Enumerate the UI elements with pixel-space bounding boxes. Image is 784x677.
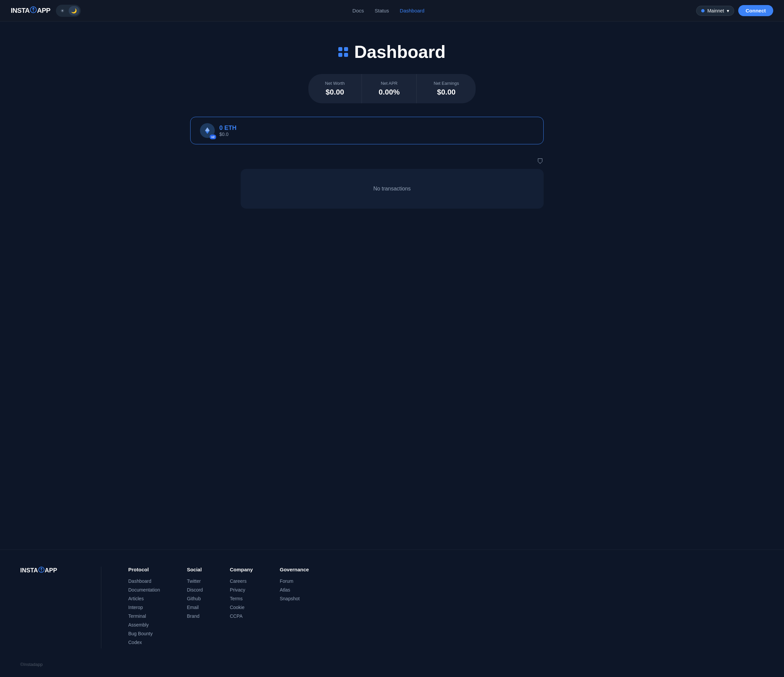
network-label: Mainnet [707, 8, 724, 14]
footer-col-governance: Governance Forum Atlas Snapshot [280, 567, 309, 648]
footer-inner: INSTA APP Protocol Dashboard Documentati… [20, 567, 764, 648]
footer-link-cookie[interactable]: Cookie [230, 605, 253, 610]
footer-logo-text-2: APP [45, 567, 57, 574]
stat-net-earnings: Net Earnings $0.00 [417, 74, 476, 103]
footer-link-privacy[interactable]: Privacy [230, 587, 253, 593]
footer-link-interop[interactable]: Interop [128, 605, 160, 610]
page-title: Dashboard [354, 42, 446, 62]
stat-net-worth-value: $0.00 [325, 88, 345, 96]
stat-net-earnings-label: Net Earnings [434, 81, 459, 86]
dark-mode-button[interactable]: 🌙 [68, 6, 79, 16]
logo: INSTA APP [11, 6, 50, 15]
footer-bottom: ©Instadapp [20, 662, 764, 667]
connect-button[interactable]: Connect [738, 5, 773, 16]
footer-brand: INSTA APP [20, 567, 74, 648]
no-transactions: No transactions [241, 169, 544, 209]
stats-bar: Net Worth $0.00 Net APR 0.00% Net Earnin… [308, 74, 476, 103]
footer-link-atlas[interactable]: Atlas [280, 587, 309, 593]
stat-net-worth-label: Net Worth [325, 81, 345, 86]
chevron-down-icon: ▾ [727, 8, 729, 14]
footer-link-github[interactable]: Github [187, 596, 203, 601]
footer-link-bug-bounty[interactable]: Bug Bounty [128, 631, 160, 636]
network-button[interactable]: Mainnet ▾ [696, 6, 734, 16]
theme-toggle: ☀ 🌙 [56, 5, 81, 17]
transactions-section: ⛉ No transactions [241, 158, 544, 209]
logo-icon-wrap [30, 6, 37, 15]
light-mode-button[interactable]: ☀ [57, 6, 68, 16]
logo-text-1: INSTA [11, 7, 30, 14]
dashboard-grid-icon [338, 47, 348, 57]
footer-divider [101, 567, 101, 648]
footer-link-assembly[interactable]: Assembly [128, 622, 160, 627]
footer-link-careers[interactable]: Careers [230, 578, 253, 584]
footer-logo-icon [38, 567, 45, 575]
footer-link-forum[interactable]: Forum [280, 578, 309, 584]
filter-row: ⛉ [241, 158, 544, 166]
network-dot [701, 9, 705, 12]
footer-link-terminal[interactable]: Terminal [128, 613, 160, 619]
footer-logo: INSTA APP [20, 567, 74, 575]
nav-dashboard[interactable]: Dashboard [400, 8, 425, 14]
footer-link-snapshot[interactable]: Snapshot [280, 596, 309, 601]
stat-net-apr: Net APR 0.00% [362, 74, 417, 103]
stat-net-earnings-value: $0.00 [434, 88, 459, 96]
footer-col-protocol-heading: Protocol [128, 567, 160, 572]
eth-amount: 0 ETH [219, 124, 236, 132]
footer-link-terms[interactable]: Terms [230, 596, 253, 601]
page-title-section: Dashboard [338, 42, 446, 62]
footer-col-social-heading: Social [187, 567, 203, 572]
footer-link-articles[interactable]: Articles [128, 596, 160, 601]
footer-logo-text-1: INSTA [20, 567, 38, 574]
footer-cols: Protocol Dashboard Documentation Article… [128, 567, 764, 648]
nav-status[interactable]: Status [375, 8, 389, 14]
footer-link-ccpa[interactable]: CCPA [230, 613, 253, 619]
footer-link-email[interactable]: Email [187, 605, 203, 610]
copyright: ©Instadapp [20, 662, 43, 667]
footer-col-protocol: Protocol Dashboard Documentation Article… [128, 567, 160, 648]
footer-col-governance-heading: Governance [280, 567, 309, 572]
eth-v2-badge: v2 [210, 135, 216, 139]
footer-col-company: Company Careers Privacy Terms Cookie CCP… [230, 567, 253, 648]
header-right: Mainnet ▾ Connect [696, 5, 773, 16]
stat-net-apr-value: 0.00% [379, 88, 400, 96]
footer-link-brand[interactable]: Brand [187, 613, 203, 619]
stat-net-apr-label: Net APR [379, 81, 400, 86]
footer-col-company-heading: Company [230, 567, 253, 572]
footer-link-codex[interactable]: Codex [128, 640, 160, 645]
header-nav: Docs Status Dashboard [352, 8, 425, 14]
footer-link-discord[interactable]: Discord [187, 587, 203, 593]
footer-link-twitter[interactable]: Twitter [187, 578, 203, 584]
footer-link-documentation[interactable]: Documentation [128, 587, 160, 593]
eth-usd: $0.0 [219, 132, 236, 137]
footer-link-dashboard[interactable]: Dashboard [128, 578, 160, 584]
nav-docs[interactable]: Docs [352, 8, 364, 14]
logo-text-2: APP [37, 7, 50, 14]
eth-info: 0 ETH $0.0 [219, 124, 236, 137]
eth-card[interactable]: v2 0 ETH $0.0 [190, 117, 544, 144]
stat-net-worth: Net Worth $0.00 [308, 74, 362, 103]
footer-col-social: Social Twitter Discord Github Email Bran… [187, 567, 203, 648]
eth-icon-wrap: v2 [200, 123, 215, 138]
filter-icon[interactable]: ⛉ [537, 158, 544, 166]
